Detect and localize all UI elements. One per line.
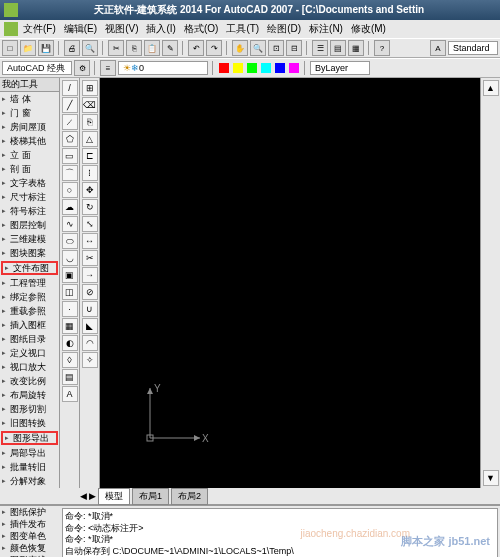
- right-scrollbar[interactable]: ▲ ▼: [480, 78, 500, 488]
- spline-icon[interactable]: ∿: [62, 216, 78, 232]
- props-icon[interactable]: ☰: [312, 40, 328, 56]
- grid-icon[interactable]: ⊞: [82, 80, 98, 96]
- tool-palette-icon[interactable]: ▦: [348, 40, 364, 56]
- tab-nav-right-icon[interactable]: ▶: [89, 491, 96, 501]
- command-line[interactable]: 命令: *取消*命令: <动态标注开>命令: *取消*自动保存到 C:\DOCU…: [62, 508, 498, 557]
- polygon-icon[interactable]: ⬠: [62, 131, 78, 147]
- ellipse-arc-icon[interactable]: ◡: [62, 250, 78, 266]
- tab-nav-left-icon[interactable]: ◀: [80, 491, 87, 501]
- stretch-icon[interactable]: ↔: [82, 233, 98, 249]
- menu-draw[interactable]: 绘图(D): [264, 22, 304, 36]
- gradient-icon[interactable]: ◐: [62, 335, 78, 351]
- copy-icon[interactable]: ⎘: [126, 40, 142, 56]
- undo-icon[interactable]: ↶: [188, 40, 204, 56]
- make-block-icon[interactable]: ◫: [62, 284, 78, 300]
- mtext-icon[interactable]: A: [62, 386, 78, 402]
- menu-edit[interactable]: 编辑(E): [61, 22, 100, 36]
- color-green[interactable]: [247, 63, 257, 73]
- cut-icon[interactable]: ✂: [108, 40, 124, 56]
- color-cyan[interactable]: [261, 63, 271, 73]
- color-magenta[interactable]: [289, 63, 299, 73]
- color-red[interactable]: [219, 63, 229, 73]
- sidebar-item[interactable]: ▸分解对象: [0, 474, 59, 488]
- sidebar-item[interactable]: ▸图变单色: [0, 530, 60, 542]
- standard-dropdown[interactable]: Standard: [448, 41, 498, 55]
- sidebar-item[interactable]: ▸改变比例: [0, 374, 59, 388]
- line-icon[interactable]: /: [62, 80, 78, 96]
- circle-icon[interactable]: ○: [62, 182, 78, 198]
- sidebar-item[interactable]: ▸房间屋顶: [0, 120, 59, 134]
- revcloud-icon[interactable]: ☁: [62, 199, 78, 215]
- sidebar-item[interactable]: ▸立 面: [0, 148, 59, 162]
- sidebar-item[interactable]: ▸墙 体: [0, 92, 59, 106]
- sidebar-item[interactable]: ▸插入图框: [0, 318, 59, 332]
- sidebar-item[interactable]: ▸文字表格: [0, 176, 59, 190]
- sheet-icon[interactable]: ▤: [330, 40, 346, 56]
- match-icon[interactable]: ✎: [162, 40, 178, 56]
- tab-layout2[interactable]: 布局2: [171, 488, 208, 505]
- sidebar-item[interactable]: ▸定义视口: [0, 346, 59, 360]
- trim-icon[interactable]: ✂: [82, 250, 98, 266]
- join-icon[interactable]: ∪: [82, 301, 98, 317]
- scale-icon[interactable]: ⤡: [82, 216, 98, 232]
- color-blue[interactable]: [275, 63, 285, 73]
- save-icon[interactable]: 💾: [38, 40, 54, 56]
- rotate-icon[interactable]: ↻: [82, 199, 98, 215]
- chamfer-icon[interactable]: ◣: [82, 318, 98, 334]
- menu-dim[interactable]: 标注(N): [306, 22, 346, 36]
- sidebar-item[interactable]: ▸视口放大: [0, 360, 59, 374]
- hatch-icon[interactable]: ▦: [62, 318, 78, 334]
- print-icon[interactable]: 🖨: [64, 40, 80, 56]
- sidebar-item[interactable]: ▸图层控制: [0, 218, 59, 232]
- scroll-up-icon[interactable]: ▲: [483, 80, 499, 96]
- erase-icon[interactable]: ⌫: [82, 97, 98, 113]
- region-icon[interactable]: ◊: [62, 352, 78, 368]
- explode-icon[interactable]: ✧: [82, 352, 98, 368]
- sidebar-item[interactable]: ▸布局旋转: [0, 388, 59, 402]
- pan-icon[interactable]: ✋: [232, 40, 248, 56]
- sidebar-item[interactable]: ▸批量转旧: [0, 460, 59, 474]
- copy-obj-icon[interactable]: ⎘: [82, 114, 98, 130]
- paste-icon[interactable]: 📋: [144, 40, 160, 56]
- drawing-viewport[interactable]: Y X: [100, 78, 480, 488]
- sidebar-item[interactable]: ▸图形导出: [1, 431, 58, 445]
- sidebar-item[interactable]: ▸重载参照: [0, 304, 59, 318]
- move-icon[interactable]: ✥: [82, 182, 98, 198]
- sidebar-item[interactable]: ▸绑定参照: [0, 290, 59, 304]
- block-icon[interactable]: ▣: [62, 267, 78, 283]
- help-icon[interactable]: ?: [374, 40, 390, 56]
- app-menu-icon[interactable]: [4, 22, 18, 36]
- preview-icon[interactable]: 🔍: [82, 40, 98, 56]
- sidebar-item[interactable]: ▸图纸目录: [0, 332, 59, 346]
- gear-icon[interactable]: ⚙: [74, 60, 90, 76]
- menu-format[interactable]: 格式(O): [181, 22, 221, 36]
- sidebar-item[interactable]: ▸门 窗: [0, 106, 59, 120]
- sidebar-item[interactable]: ▸颜色恢复: [0, 542, 60, 554]
- rect-icon[interactable]: ▭: [62, 148, 78, 164]
- zoom-window-icon[interactable]: ⊡: [268, 40, 284, 56]
- zoom-prev-icon[interactable]: ⊟: [286, 40, 302, 56]
- break-icon[interactable]: ⊘: [82, 284, 98, 300]
- redo-icon[interactable]: ↷: [206, 40, 222, 56]
- sidebar-item[interactable]: ▸图形切割: [0, 402, 59, 416]
- sidebar-item[interactable]: ▸工程管理: [0, 276, 59, 290]
- extend-icon[interactable]: →: [82, 267, 98, 283]
- array-icon[interactable]: ⁞: [82, 165, 98, 181]
- sidebar-item[interactable]: ▸局部导出: [0, 446, 59, 460]
- offset-icon[interactable]: ⊏: [82, 148, 98, 164]
- sidebar-item[interactable]: ▸尺寸标注: [0, 190, 59, 204]
- scroll-down-icon[interactable]: ▼: [483, 470, 499, 486]
- sidebar-item[interactable]: ▸插件发布: [0, 518, 60, 530]
- color-yellow[interactable]: [233, 63, 243, 73]
- layer-dropdown[interactable]: ☀❄0: [118, 61, 208, 75]
- open-icon[interactable]: 📁: [20, 40, 36, 56]
- sidebar-item[interactable]: ▸文件布图: [1, 261, 58, 275]
- sidebar-item[interactable]: ▸旧图转换: [0, 416, 59, 430]
- mirror-icon[interactable]: △: [82, 131, 98, 147]
- table-icon[interactable]: ▤: [62, 369, 78, 385]
- menu-tools[interactable]: 工具(T): [223, 22, 262, 36]
- fillet-icon[interactable]: ◠: [82, 335, 98, 351]
- color-dropdown[interactable]: ByLayer: [310, 61, 370, 75]
- xline-icon[interactable]: ╱: [62, 97, 78, 113]
- sidebar-item[interactable]: ▸图块图案: [0, 246, 59, 260]
